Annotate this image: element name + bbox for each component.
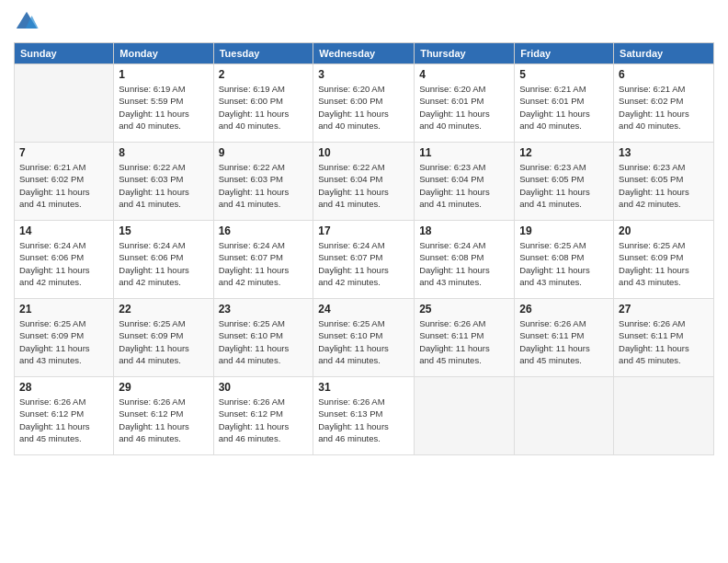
calendar-table: SundayMondayTuesdayWednesdayThursdayFrid… [14,42,714,455]
calendar-cell: 6Sunrise: 6:21 AM Sunset: 6:02 PM Daylig… [614,64,714,143]
calendar-week-row: 28Sunrise: 6:26 AM Sunset: 6:12 PM Dayli… [15,377,714,455]
day-number: 7 [19,146,108,159]
day-number: 29 [119,381,208,394]
day-info: Sunrise: 6:22 AM Sunset: 6:04 PM Dayligh… [318,161,409,210]
day-number: 28 [19,381,108,394]
day-number: 25 [419,303,509,316]
day-info: Sunrise: 6:26 AM Sunset: 6:11 PM Dayligh… [419,317,509,366]
header-day: Wednesday [313,43,415,64]
day-number: 20 [619,224,709,237]
calendar-cell: 7Sunrise: 6:21 AM Sunset: 6:02 PM Daylig… [15,143,114,221]
day-number: 8 [119,146,208,159]
calendar-cell: 2Sunrise: 6:19 AM Sunset: 6:00 PM Daylig… [213,64,313,143]
page: SundayMondayTuesdayWednesdayThursdayFrid… [0,0,728,563]
day-number: 12 [519,146,609,159]
logo [14,9,43,35]
header-day: Monday [114,43,213,64]
day-info: Sunrise: 6:23 AM Sunset: 6:05 PM Dayligh… [519,161,609,210]
calendar-cell: 4Sunrise: 6:20 AM Sunset: 6:01 PM Daylig… [415,64,515,143]
calendar-cell: 31Sunrise: 6:26 AM Sunset: 6:13 PM Dayli… [313,377,415,455]
calendar-cell: 21Sunrise: 6:25 AM Sunset: 6:09 PM Dayli… [15,299,114,377]
day-number: 22 [119,303,208,316]
header-row: SundayMondayTuesdayWednesdayThursdayFrid… [15,43,714,64]
calendar-cell: 30Sunrise: 6:26 AM Sunset: 6:12 PM Dayli… [213,377,313,455]
day-number: 1 [119,68,208,81]
day-number: 27 [619,303,709,316]
day-number: 26 [519,303,609,316]
day-info: Sunrise: 6:24 AM Sunset: 6:06 PM Dayligh… [19,239,108,288]
calendar-cell: 14Sunrise: 6:24 AM Sunset: 6:06 PM Dayli… [15,221,114,299]
day-number: 17 [318,224,409,237]
day-info: Sunrise: 6:25 AM Sunset: 6:09 PM Dayligh… [619,239,709,288]
day-info: Sunrise: 6:24 AM Sunset: 6:06 PM Dayligh… [119,239,208,288]
calendar-cell: 26Sunrise: 6:26 AM Sunset: 6:11 PM Dayli… [515,299,614,377]
day-info: Sunrise: 6:19 AM Sunset: 6:00 PM Dayligh… [219,83,309,132]
day-info: Sunrise: 6:20 AM Sunset: 6:01 PM Dayligh… [419,83,509,132]
day-info: Sunrise: 6:22 AM Sunset: 6:03 PM Dayligh… [219,161,309,210]
calendar-cell: 20Sunrise: 6:25 AM Sunset: 6:09 PM Dayli… [614,221,714,299]
calendar-cell: 10Sunrise: 6:22 AM Sunset: 6:04 PM Dayli… [313,143,415,221]
calendar-cell: 8Sunrise: 6:22 AM Sunset: 6:03 PM Daylig… [114,143,213,221]
day-number: 6 [619,68,709,81]
day-info: Sunrise: 6:19 AM Sunset: 5:59 PM Dayligh… [119,83,208,132]
day-info: Sunrise: 6:25 AM Sunset: 6:08 PM Dayligh… [519,239,609,288]
day-info: Sunrise: 6:25 AM Sunset: 6:10 PM Dayligh… [219,317,309,366]
day-info: Sunrise: 6:26 AM Sunset: 6:13 PM Dayligh… [318,396,409,444]
calendar-cell [415,377,515,455]
day-info: Sunrise: 6:26 AM Sunset: 6:12 PM Dayligh… [119,396,208,444]
header-day: Sunday [15,43,114,64]
calendar-cell: 22Sunrise: 6:25 AM Sunset: 6:09 PM Dayli… [114,299,213,377]
day-number: 16 [219,224,309,237]
calendar-cell [614,377,714,455]
logo-icon [14,9,40,35]
day-number: 31 [318,381,409,394]
day-number: 13 [619,146,709,159]
day-info: Sunrise: 6:23 AM Sunset: 6:05 PM Dayligh… [619,161,709,210]
calendar-cell: 11Sunrise: 6:23 AM Sunset: 6:04 PM Dayli… [415,143,515,221]
day-number: 24 [318,303,409,316]
day-number: 4 [419,68,509,81]
day-info: Sunrise: 6:25 AM Sunset: 6:09 PM Dayligh… [19,317,108,366]
day-info: Sunrise: 6:21 AM Sunset: 6:02 PM Dayligh… [619,83,709,132]
day-info: Sunrise: 6:26 AM Sunset: 6:11 PM Dayligh… [519,317,609,366]
day-info: Sunrise: 6:23 AM Sunset: 6:04 PM Dayligh… [419,161,509,210]
day-info: Sunrise: 6:24 AM Sunset: 6:07 PM Dayligh… [219,239,309,288]
calendar-cell: 15Sunrise: 6:24 AM Sunset: 6:06 PM Dayli… [114,221,213,299]
day-info: Sunrise: 6:24 AM Sunset: 6:08 PM Dayligh… [419,239,509,288]
calendar-week-row: 14Sunrise: 6:24 AM Sunset: 6:06 PM Dayli… [15,221,714,299]
day-info: Sunrise: 6:20 AM Sunset: 6:00 PM Dayligh… [318,83,409,132]
day-info: Sunrise: 6:22 AM Sunset: 6:03 PM Dayligh… [119,161,208,210]
day-number: 10 [318,146,409,159]
header-day: Tuesday [213,43,313,64]
day-info: Sunrise: 6:26 AM Sunset: 6:12 PM Dayligh… [219,396,309,444]
calendar-cell: 1Sunrise: 6:19 AM Sunset: 5:59 PM Daylig… [114,64,213,143]
calendar-cell: 16Sunrise: 6:24 AM Sunset: 6:07 PM Dayli… [213,221,313,299]
day-number: 19 [519,224,609,237]
calendar-cell: 25Sunrise: 6:26 AM Sunset: 6:11 PM Dayli… [415,299,515,377]
day-number: 30 [219,381,309,394]
day-number: 9 [219,146,309,159]
calendar-cell: 13Sunrise: 6:23 AM Sunset: 6:05 PM Dayli… [614,143,714,221]
calendar-cell: 23Sunrise: 6:25 AM Sunset: 6:10 PM Dayli… [213,299,313,377]
day-number: 15 [119,224,208,237]
day-info: Sunrise: 6:26 AM Sunset: 6:12 PM Dayligh… [19,396,108,444]
day-number: 21 [19,303,108,316]
day-number: 3 [318,68,409,81]
day-info: Sunrise: 6:26 AM Sunset: 6:11 PM Dayligh… [619,317,709,366]
calendar-cell: 18Sunrise: 6:24 AM Sunset: 6:08 PM Dayli… [415,221,515,299]
calendar-cell: 12Sunrise: 6:23 AM Sunset: 6:05 PM Dayli… [515,143,614,221]
calendar-cell [515,377,614,455]
day-info: Sunrise: 6:25 AM Sunset: 6:10 PM Dayligh… [318,317,409,366]
calendar-cell: 29Sunrise: 6:26 AM Sunset: 6:12 PM Dayli… [114,377,213,455]
calendar-cell: 9Sunrise: 6:22 AM Sunset: 6:03 PM Daylig… [213,143,313,221]
day-info: Sunrise: 6:24 AM Sunset: 6:07 PM Dayligh… [318,239,409,288]
day-number: 5 [519,68,609,81]
day-number: 2 [219,68,309,81]
header-day: Thursday [415,43,515,64]
calendar-cell: 3Sunrise: 6:20 AM Sunset: 6:00 PM Daylig… [313,64,415,143]
calendar-cell: 5Sunrise: 6:21 AM Sunset: 6:01 PM Daylig… [515,64,614,143]
day-info: Sunrise: 6:25 AM Sunset: 6:09 PM Dayligh… [119,317,208,366]
day-number: 14 [19,224,108,237]
day-number: 18 [419,224,509,237]
day-info: Sunrise: 6:21 AM Sunset: 6:01 PM Dayligh… [519,83,609,132]
